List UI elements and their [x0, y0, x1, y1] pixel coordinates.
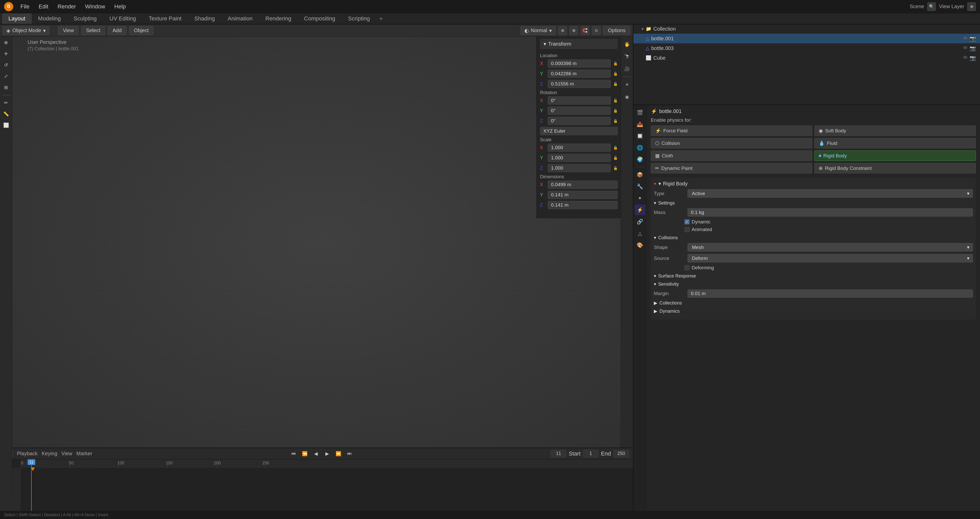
annotate-tool[interactable]: ✏: [1, 98, 11, 108]
viewport-tool-3[interactable]: 🎥: [622, 64, 632, 73]
rb-shape-dropdown[interactable]: Mesh ▾: [687, 243, 973, 251]
step-back-btn[interactable]: ⏪: [301, 450, 309, 458]
loc-x-lock[interactable]: 🔓: [613, 62, 617, 65]
loc-z-lock[interactable]: 🔓: [613, 82, 617, 86]
rb-dynamic-checkbox[interactable]: ✓: [684, 219, 690, 224]
tab-compositing[interactable]: Compositing: [298, 14, 342, 24]
rotation-z-field[interactable]: 0°: [548, 117, 611, 125]
view-menu-btn[interactable]: View: [58, 26, 79, 35]
rotation-mode-dropdown[interactable]: XYZ Euler: [540, 127, 617, 135]
transform-tool[interactable]: ⊞: [1, 83, 11, 92]
rb-margin-value[interactable]: 0.01 m: [687, 289, 973, 298]
physics-dynamic-paint-btn[interactable]: ✏ Dynamic Paint: [651, 163, 812, 173]
proportional-edit-btn[interactable]: ⊙: [592, 26, 600, 35]
props-physics-icon[interactable]: ⚡: [635, 205, 646, 215]
scale-z-field[interactable]: 1.000: [548, 164, 611, 172]
loc-y-lock[interactable]: 🔓: [613, 71, 617, 76]
scale-tool[interactable]: ⤢: [1, 71, 11, 81]
add-menu-btn[interactable]: Add: [108, 26, 127, 35]
outliner-item-bottle001[interactable]: △ bottle.001 👁 📷: [633, 34, 980, 43]
end-frame-display[interactable]: 250: [614, 450, 629, 457]
select-menu-btn[interactable]: Select: [81, 26, 105, 35]
tab-rendering[interactable]: Rendering: [259, 14, 298, 24]
props-scene-icon[interactable]: 🌐: [635, 142, 646, 153]
props-world-icon[interactable]: 🌍: [635, 154, 646, 165]
scene-search[interactable]: 🔍: [927, 2, 936, 11]
dim-y-field[interactable]: 0.141 m: [548, 191, 617, 199]
scale-x-lock[interactable]: 🔓: [613, 146, 617, 150]
physics-fluid-btn[interactable]: 💧 Fluid: [815, 138, 976, 148]
props-particles-icon[interactable]: ✦: [635, 193, 646, 203]
play-backward-btn[interactable]: ◀: [312, 450, 320, 458]
rot-y-lock[interactable]: 🔓: [613, 109, 617, 113]
rb-animated-checkbox[interactable]: [684, 227, 690, 232]
dim-z-field[interactable]: 0.141 m: [548, 201, 617, 209]
props-material-icon[interactable]: 🎨: [635, 240, 646, 251]
tab-scripting[interactable]: Scripting: [342, 14, 376, 24]
tab-layout[interactable]: Layout: [2, 14, 32, 24]
props-view-layer-icon[interactable]: 🔲: [635, 130, 646, 141]
bottle001-visibility[interactable]: 👁: [963, 35, 968, 41]
location-x-field[interactable]: 0.000398 m: [548, 59, 611, 68]
viewport-tool-1[interactable]: 🖐: [622, 40, 632, 49]
timeline-view-btn[interactable]: View: [61, 451, 72, 457]
physics-rigid-body-constraint-btn[interactable]: ⊕ Rigid Body Constraint: [815, 163, 976, 173]
viewport-overlay-btn[interactable]: ⊛: [558, 26, 567, 35]
tab-uv-editing[interactable]: UV Editing: [103, 14, 142, 24]
object-mode-dropdown[interactable]: ◈ Object Mode ▾: [3, 26, 49, 35]
scale-y-lock[interactable]: 🔓: [613, 156, 617, 160]
timeline-keying-btn[interactable]: Keying: [41, 451, 57, 457]
physics-cloth-btn[interactable]: ▦ Cloth: [651, 151, 812, 161]
transform-header[interactable]: ▾ Transform: [540, 39, 617, 49]
menu-edit[interactable]: Edit: [35, 2, 52, 11]
cube-render[interactable]: 📷: [969, 55, 976, 61]
physics-rigid-body-btn[interactable]: Rigid Body: [815, 151, 976, 161]
timeline-marker-btn[interactable]: Marker: [76, 451, 92, 457]
blender-logo[interactable]: B: [4, 2, 13, 11]
viewport-tool-5[interactable]: ◉: [622, 92, 632, 102]
physics-force-field-btn[interactable]: ⚡ Force Field: [651, 125, 812, 136]
rb-collections-header[interactable]: ▶ Collections: [654, 300, 973, 306]
props-object-icon[interactable]: 📦: [635, 169, 646, 180]
props-render-icon[interactable]: 🎬: [635, 107, 646, 118]
viewport-tool-4[interactable]: ☀: [622, 80, 632, 89]
jump-end-btn[interactable]: ⏭: [345, 450, 354, 458]
dim-x-field[interactable]: 0.0499 m: [548, 181, 617, 189]
cursor-tool[interactable]: ⊕: [1, 38, 11, 48]
viewport-shading-dropdown[interactable]: ◐ Normal ▾: [520, 26, 555, 35]
object-menu-btn[interactable]: Object: [129, 26, 154, 35]
rigid-body-section-header[interactable]: ● ▾ Rigid Body: [654, 181, 973, 187]
physics-soft-body-btn[interactable]: ◉ Soft Body: [815, 125, 976, 136]
rb-mass-value[interactable]: 0.1 kg: [687, 208, 973, 216]
tab-texture-paint[interactable]: Texture Paint: [142, 14, 188, 24]
rb-source-dropdown[interactable]: Deform ▾: [687, 254, 973, 262]
measure-tool[interactable]: 📏: [1, 109, 11, 119]
tab-modeling[interactable]: Modeling: [32, 14, 67, 24]
rotation-y-field[interactable]: 0°: [548, 106, 611, 115]
scale-x-field[interactable]: 1.000: [548, 144, 611, 152]
rb-dynamics-header[interactable]: ▶ Dynamics: [654, 308, 973, 314]
rb-collisions-header[interactable]: ▾ Collisions: [654, 235, 973, 241]
snap-btn[interactable]: 🧲: [581, 26, 589, 35]
rotation-x-field[interactable]: 0°: [548, 97, 611, 105]
rot-z-lock[interactable]: 🔓: [613, 119, 617, 123]
add-workspace-button[interactable]: +: [376, 14, 386, 23]
rb-type-dropdown[interactable]: Active ▾: [687, 189, 973, 198]
tab-sculpting[interactable]: Sculpting: [67, 14, 103, 24]
tab-shading[interactable]: Shading: [188, 14, 221, 24]
rb-sensitivity-header[interactable]: ▾ Sensitivity: [654, 281, 973, 287]
step-forward-btn[interactable]: ⏩: [334, 450, 342, 458]
view-layer-options[interactable]: ⊕: [967, 2, 976, 11]
location-y-field[interactable]: 0.042286 m: [548, 70, 611, 78]
rot-x-lock[interactable]: 🔓: [613, 98, 617, 103]
physics-collision-btn[interactable]: ⬡ Collision: [651, 138, 812, 148]
current-frame-display[interactable]: 11: [551, 450, 566, 457]
location-z-field[interactable]: 0.51556 m: [548, 80, 611, 88]
outliner-item-cube[interactable]: ⬜ Cube 👁 📷: [633, 53, 980, 63]
props-data-icon[interactable]: △: [635, 228, 646, 239]
props-output-icon[interactable]: 📤: [635, 119, 646, 130]
bottle003-render[interactable]: 📷: [969, 45, 976, 51]
bottle001-render[interactable]: 📷: [969, 35, 976, 41]
rb-deforming-checkbox[interactable]: [684, 265, 690, 270]
rotate-tool[interactable]: ↺: [1, 60, 11, 70]
